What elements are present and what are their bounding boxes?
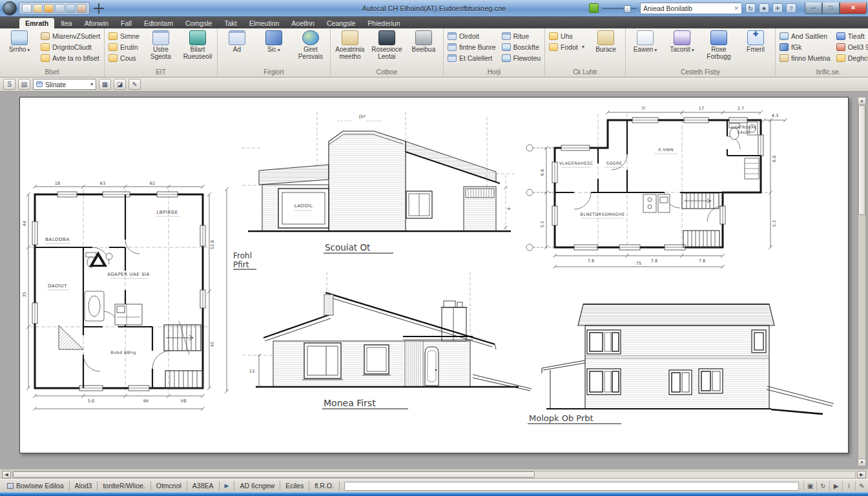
refresh-icon[interactable]: ↻ [816,481,829,491]
tab-phiederiun[interactable]: Phiederiun [362,18,406,28]
layer-color-icon[interactable]: ◪ [114,79,126,90]
style-icon[interactable]: S [3,79,16,90]
tab-aoetlnn[interactable]: Aoetlnn [285,18,320,28]
play-icon[interactable]: ▶ [829,481,842,491]
beeibua-button[interactable]: Beeibua [406,29,441,54]
command-line[interactable] [344,482,799,491]
grid-icon [7,483,14,489]
scroll-up-icon[interactable]: ▲ [858,98,865,105]
scroll-down-icon[interactable]: ▼ [858,459,865,466]
zoom-slider[interactable] [602,5,637,12]
ribbon-button-flewoteu[interactable]: Flewoteu [500,53,543,63]
tab-ceangsle[interactable]: Ceangsle [321,18,361,28]
scroll-track[interactable] [12,471,856,479]
ribbon-button-finnomuetna[interactable]: finno Muetna [778,53,832,63]
status-snap-toggle[interactable]: Alod3 [70,481,98,491]
tab-edtontam[interactable]: Edtontam [138,18,179,28]
titlebar-right-controls: ✕ ↻ ★ ✈ ? ─ □ ✕ [589,3,868,14]
status-ortho-toggle[interactable]: tonlteR/Wlioe. [98,481,150,491]
tab-emrath[interactable]: Emrath [19,18,54,28]
communication-icon[interactable]: ✈ [772,3,783,13]
ribbon-button-bosckfte[interactable]: Bosckfte [500,42,543,52]
minimize-button[interactable]: ─ [805,3,822,14]
info-icon[interactable]: i [842,481,855,491]
ribbon-button-andsaitlien[interactable]: And Saitlien [778,31,832,41]
star-icon[interactable]: ★ [759,3,769,13]
scroll-right-icon[interactable]: ▶ [857,471,866,479]
ribbon-button-simne[interactable]: Simne [107,31,141,41]
signin-icon[interactable] [589,3,599,13]
ribbon-button-ritue[interactable]: Ritue [500,31,543,41]
fmeril-button[interactable]: ✚ Fmeril [738,29,773,54]
save-icon[interactable] [44,4,54,13]
ribbon-button-tieaft[interactable]: Tieaft [834,31,868,41]
layer-freeze-icon[interactable]: ▦ [99,79,111,90]
status-osnap-toggle[interactable]: A38EA [187,481,220,491]
ribbon-button-cous[interactable]: Cous [107,53,141,63]
vertical-scrollbar[interactable]: ▲ ▼ [858,97,866,466]
app-logo-icon[interactable] [3,1,17,16]
redo-icon[interactable] [66,4,76,13]
horizontal-scroll-thumb[interactable] [13,471,535,478]
viewport-icon [448,43,457,51]
giret-persvais-button[interactable]: Giret Persvais [293,29,328,60]
undo-icon[interactable] [55,4,65,13]
horizontal-scrollbar[interactable]: ◀ ▶ [0,469,868,479]
ad-button[interactable]: Ad [220,29,254,54]
maximize-button[interactable]: □ [822,3,840,14]
search-input[interactable] [643,5,734,12]
new-file-icon[interactable] [22,4,32,13]
status-lwt-toggle[interactable]: fl.R.O. [309,481,340,491]
status-dyn-toggle[interactable]: Eciles [280,481,309,491]
status-model-tab[interactable]: Bowlsew Ediloa [2,481,70,491]
taconit-button[interactable]: Taconit [665,29,699,54]
ribbon-button-fodot[interactable]: Fodot [547,42,586,52]
roxe-forbugg-button[interactable]: Roxe Forbugg [701,29,736,60]
ribbon-button-miarenv[interactable]: MiarenvZSutlert [39,31,102,41]
tracking-arrow-icon[interactable]: ▶ [220,481,235,491]
ribbon-button-fgk[interactable]: fGk [778,42,832,52]
ribbon-button-uhs[interactable]: Uhs [547,31,586,41]
tab-comgsle[interactable]: Comgsle [180,18,218,28]
sheet-set-big-button[interactable]: Srnho [2,29,37,54]
aoeatrinia-button[interactable]: Aoeatrinia meetho [333,29,367,60]
tab-takt[interactable]: Takt [218,18,242,28]
vertical-scroll-thumb[interactable] [858,105,865,215]
tab-afonwin[interactable]: Afonwin [79,18,114,28]
tab-elmeution[interactable]: Elmeution [243,18,285,28]
roseoioce-button[interactable]: Roseoioce Leotai [369,29,404,60]
drawing-canvas[interactable]: 18 63 62 5:0 9V V8 44 35 52.8 45 BALOOBA [0,92,868,469]
layer-combo[interactable]: Slinate ▾ [33,79,96,90]
plot-icon[interactable] [77,4,87,13]
help-icon[interactable]: ? [786,3,796,13]
ribbon-button-etcalellert[interactable]: Et Calellert [446,53,498,63]
ribbon-button-avte[interactable]: Avte ta ro bflset [39,53,102,63]
ribbon-button-erutin[interactable]: Erutin [107,42,141,52]
tab-fall[interactable]: Fall [115,18,138,28]
ribbon-group-brlfic: And Saitlien fGk finno Muetna Tieaft Oel… [776,28,868,77]
search-clear-icon[interactable]: ✕ [734,5,739,12]
scroll-left-icon[interactable]: ◀ [2,471,11,479]
burace-button[interactable]: Burace [588,29,623,54]
ribbon-button-deghct[interactable]: Deghct [834,53,868,63]
clipboard-icon[interactable]: ▣ [803,481,816,491]
layer-properties-icon[interactable]: ▤ [18,79,30,90]
annotate-icon[interactable]: ✎ [855,481,868,491]
bilart-rueuseoil-button[interactable]: Bilart Rueuseoil [180,29,215,60]
eawen-button[interactable]: Eawen [628,29,663,54]
sic-button[interactable]: Sic [256,29,291,54]
architectural-drawing: 18 63 62 5:0 9V V8 44 35 52.8 45 BALOOBA [20,98,849,454]
ribbon-button-oirdoit[interactable]: Oirdoit [446,31,498,41]
ustre-sgeota-button[interactable]: Ustre Sgeota [143,29,178,60]
open-file-icon[interactable] [33,4,43,13]
drawing-sheet[interactable]: 18 63 62 5:0 9V V8 44 35 52.8 45 BALOOBA [19,97,849,453]
status-polar-toggle[interactable]: Otmcnol [151,481,187,491]
ribbon-button-fintne[interactable]: fintne Bunre [446,42,498,52]
tab-itea[interactable]: Itea [55,18,78,28]
ribbon-button-drignto[interactable]: DrigntoCliudt [39,42,102,52]
exchange-icon[interactable]: ↻ [745,3,756,13]
status-ducs-toggle[interactable]: AD 6cngew [234,481,280,491]
ribbon-button-oeli3[interactable]: Oeli3 9T3 [834,42,868,52]
linetype-icon[interactable]: ✎ [129,79,141,90]
close-button[interactable]: ✕ [840,3,867,14]
